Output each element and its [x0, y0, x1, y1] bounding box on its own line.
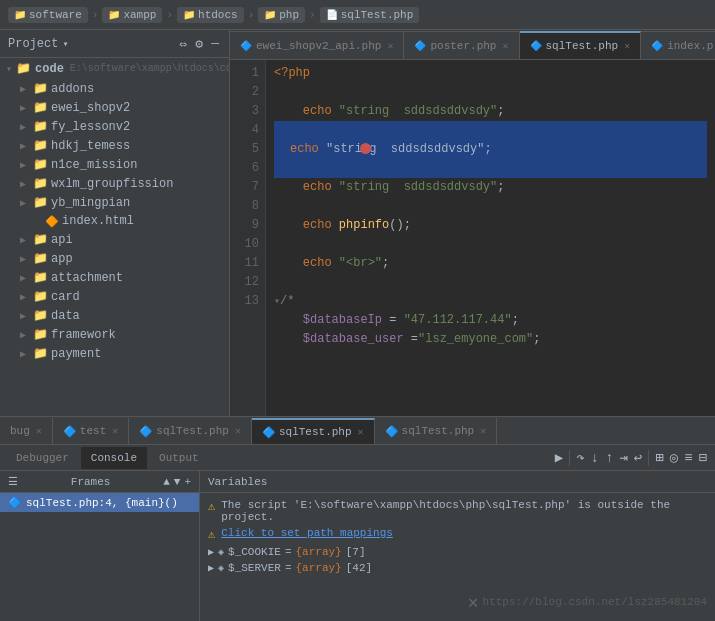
arrow-icon: ▶ — [20, 234, 30, 246]
sidebar-close-icon[interactable]: — — [209, 36, 221, 52]
sidebar-item-hdkj-temess[interactable]: ▶ 📁 hdkj_temess — [0, 136, 229, 155]
tree-item-label: n1ce_mission — [51, 158, 137, 172]
sidebar-item-addons[interactable]: ▶ 📁 addons — [0, 79, 229, 98]
breadcrumb-xampp-label: xampp — [123, 9, 156, 21]
arrow-icon: ▶ — [20, 140, 30, 152]
chevron-down-icon: ▾ — [62, 38, 68, 50]
breadcrumb-software-label: software — [29, 9, 82, 21]
breadcrumb-file[interactable]: 📄 sqlTest.php — [320, 7, 420, 23]
frame-item-main[interactable]: 🔷 sqlTest.php:4, {main}() — [0, 493, 199, 512]
sidebar-item-n1ce-mission[interactable]: ▶ 📁 n1ce_mission — [0, 155, 229, 174]
breadcrumb-htdocs[interactable]: 📁 htdocs — [177, 7, 244, 23]
tab-ewei-shopv2-api[interactable]: 🔷 ewei_shopv2_api.php ✕ — [230, 31, 404, 59]
tab-close-icon[interactable]: ✕ — [624, 40, 630, 52]
arrow-icon: ▶ — [20, 83, 30, 95]
bottom-file-tabs: bug ✕ 🔷 test ✕ 🔷 sqlTest.php ✕ 🔷 sqlTest… — [0, 417, 715, 445]
code-line-1: <?php — [274, 64, 707, 83]
editor-tabs: 🔷 ewei_shopv2_api.php ✕ 🔷 poster.php ✕ 🔷… — [230, 30, 715, 60]
string-val: "string sddsdsddvsdy" — [339, 102, 497, 121]
tab-close-icon[interactable]: ✕ — [358, 426, 364, 438]
editor-area: 🔷 ewei_shopv2_api.php ✕ 🔷 poster.php ✕ 🔷… — [230, 30, 715, 416]
frames-down-btn[interactable]: ▼ — [174, 476, 181, 488]
bottom-tab-sqltest2[interactable]: 🔷 sqlTest.php ✕ — [252, 418, 375, 444]
console-tab[interactable]: Console — [81, 447, 147, 469]
html-file-icon: 🔶 — [45, 215, 59, 228]
folder-icon: 📁 — [33, 232, 48, 247]
tab-close-icon[interactable]: ✕ — [387, 40, 393, 52]
var-icon: ◈ — [218, 546, 224, 558]
debug-run-to-cursor-btn[interactable]: ⇥ — [617, 449, 629, 466]
debug-separator — [569, 450, 570, 466]
tab-close-icon[interactable]: ✕ — [112, 425, 118, 437]
sidebar-item-api[interactable]: ▶ 📁 api — [0, 230, 229, 249]
debug-step-into-btn[interactable]: ↓ — [589, 450, 601, 466]
tab-close-icon[interactable]: ✕ — [502, 40, 508, 52]
debug-list-btn[interactable]: ≡ — [682, 450, 694, 466]
debug-step-out-btn[interactable]: ↑ — [603, 450, 615, 466]
arrow-icon: ▶ — [20, 102, 30, 114]
bottom-tab-sqltest3[interactable]: 🔷 sqlTest.php ✕ — [375, 418, 498, 444]
debug-stop-btn[interactable]: ↩ — [632, 449, 644, 466]
breadcrumb-software[interactable]: 📁 software — [8, 7, 88, 23]
sidebar-item-data[interactable]: ▶ 📁 data — [0, 306, 229, 325]
frames-add-btn[interactable]: + — [184, 476, 191, 488]
breadcrumb-xampp[interactable]: 📁 xampp — [102, 7, 162, 23]
sidebar-item-attachment[interactable]: ▶ 📁 attachment — [0, 268, 229, 287]
sidebar-item-framework[interactable]: ▶ 📁 framework — [0, 325, 229, 344]
tab-label: sqlTest.php — [546, 40, 619, 52]
chevron-down-icon: ▾ — [6, 63, 12, 75]
tab-poster[interactable]: 🔷 poster.php ✕ — [404, 31, 519, 59]
debug-table-btn[interactable]: ⊞ — [653, 449, 665, 466]
debugger-tab[interactable]: Debugger — [6, 447, 79, 469]
folder-icon: 📁 — [33, 308, 48, 323]
frames-header-buttons: ▲ ▼ + — [163, 476, 191, 488]
bottom-tab-bug[interactable]: bug ✕ — [0, 418, 53, 444]
code-content[interactable]: <?php echo "string sddsdsddvsdy"; echo "… — [266, 60, 715, 416]
tab-close-icon[interactable]: ✕ — [235, 425, 241, 437]
breadcrumb-php[interactable]: 📁 php — [258, 7, 305, 23]
sidebar-root[interactable]: ▾ 📁 code E:\software\xampp\htdocs\code — [0, 58, 229, 79]
warning-icon: ⚠ — [208, 499, 215, 514]
sidebar-item-ewei-shopv2[interactable]: ▶ 📁 ewei_shopv2 — [0, 98, 229, 117]
var-server[interactable]: ▶ ◈ $_SERVER = {array} [42] — [208, 560, 707, 576]
sidebar-item-wxlm-groupfission[interactable]: ▶ 📁 wxlm_groupfission — [0, 174, 229, 193]
sidebar-root-label: code — [35, 62, 64, 76]
debug-step-over-btn[interactable]: ↷ — [574, 449, 586, 466]
tab-index[interactable]: 🔷 index.p... ✕ — [641, 31, 715, 59]
debug-columns-btn[interactable]: ⊟ — [697, 449, 709, 466]
tree-item-label: attachment — [51, 271, 123, 285]
sidebar-item-index-html[interactable]: ▶ 🔶 index.html — [0, 212, 229, 230]
bottom-tab-sqltest1[interactable]: 🔷 sqlTest.php ✕ — [129, 418, 252, 444]
line-numbers: 1 2 3 4 5 6 7 8 9 10 11 12 13 — [230, 60, 266, 416]
sidebar-settings-icon[interactable]: ⚙ — [193, 36, 205, 52]
debug-resume-btn[interactable]: ▶ — [553, 449, 565, 466]
sidebar: Project ▾ ⇔ ⚙ — ▾ 📁 code E:\software\xam… — [0, 30, 230, 416]
sidebar-item-fy-lessonv2[interactable]: ▶ 📁 fy_lessonv2 — [0, 117, 229, 136]
folder-icon: 📁 — [33, 81, 48, 96]
tab-sqltest-active[interactable]: 🔷 sqlTest.php ✕ — [520, 31, 642, 59]
php-file-icon: 🔷 — [414, 40, 426, 52]
debug-settings-btn[interactable]: ◎ — [668, 449, 680, 466]
code-editor[interactable]: 1 2 3 4 5 6 7 8 9 10 11 12 13 <?php — [230, 60, 715, 416]
path-mappings-link[interactable]: Click to set path mappings — [221, 527, 393, 539]
frames-up-btn[interactable]: ▲ — [163, 476, 170, 488]
folder-icon: 📁 — [33, 195, 48, 210]
sidebar-item-card[interactable]: ▶ 📁 card — [0, 287, 229, 306]
bottom-tab-test[interactable]: 🔷 test ✕ — [53, 418, 129, 444]
echo-kw: echo — [303, 102, 339, 121]
var-icon: ◈ — [218, 562, 224, 574]
frame-item-label: sqlTest.php:4, {main}() — [26, 497, 178, 509]
var-cookie[interactable]: ▶ ◈ $_COOKIE = {array} [7] — [208, 544, 707, 560]
folder-icon: 📁 — [264, 9, 276, 21]
sidebar-layout-icon[interactable]: ⇔ — [178, 36, 190, 52]
tab-close-icon[interactable]: ✕ — [36, 425, 42, 437]
php-file-icon: 🔷 — [240, 40, 252, 52]
arrow-icon: ▶ — [20, 272, 30, 284]
sidebar-item-payment[interactable]: ▶ 📁 payment — [0, 344, 229, 363]
breadcrumb-htdocs-label: htdocs — [198, 9, 238, 21]
output-tab[interactable]: Output — [149, 447, 209, 469]
arrow-icon: ▶ — [20, 253, 30, 265]
sidebar-item-yb-mingpian[interactable]: ▶ 📁 yb_mingpian — [0, 193, 229, 212]
tab-close-icon[interactable]: ✕ — [480, 425, 486, 437]
sidebar-item-app[interactable]: ▶ 📁 app — [0, 249, 229, 268]
